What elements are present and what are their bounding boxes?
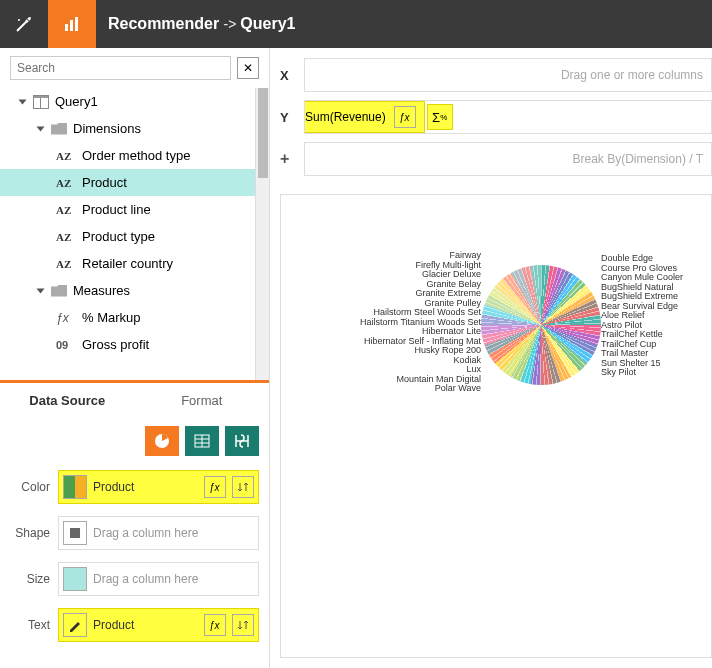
tab-data-source[interactable]: Data Source <box>0 383 135 418</box>
pie-label: TrailChef Kettle <box>601 329 663 339</box>
search-input[interactable] <box>10 56 231 80</box>
pie-label: BugShield Natural <box>601 282 674 292</box>
pie-label: Hailstorm Steel Woods Set <box>374 307 481 317</box>
shelf-shape-placeholder: Drag a column here <box>93 526 254 540</box>
left-panel: ✕ Query1 Dimensions AZOrder method type … <box>0 48 270 668</box>
clear-search-button[interactable]: ✕ <box>237 57 259 79</box>
pie-label: Hailstorm Titanium Woods Set <box>360 317 481 327</box>
shelf-color[interactable]: Product ƒx <box>58 470 259 504</box>
pie-label: Granite Belay <box>426 279 481 289</box>
pie-label: Kodiak <box>453 355 481 365</box>
chart-type-table-button[interactable] <box>185 426 219 456</box>
page-title: Recommender -> Query1 <box>108 15 295 33</box>
pie-label: Astro Pilot <box>601 320 642 330</box>
chart-type-pie-button[interactable] <box>145 426 179 456</box>
svg-rect-2 <box>65 24 68 31</box>
tree-group-dimensions[interactable]: Dimensions <box>0 115 269 142</box>
text-type-icon: AZ <box>56 204 76 216</box>
svg-rect-3 <box>70 20 73 31</box>
chart-canvas[interactable]: FairwayFirefly Multi-lightGlacier Deluxe… <box>280 194 712 658</box>
chart-type-compare-button[interactable] <box>225 426 259 456</box>
shelf-shape[interactable]: Drag a column here <box>58 516 259 550</box>
pie-label: Mountain Man Digital <box>396 374 481 384</box>
pie-label: BugShield Extreme <box>601 291 678 301</box>
pie-label: TrailChef Cup <box>601 339 656 349</box>
pie-label: Granite Extreme <box>415 288 481 298</box>
pie-label: Double Edge <box>601 253 653 263</box>
wand-icon[interactable] <box>0 0 48 48</box>
sort-button[interactable] <box>232 476 254 498</box>
axis-y-drop[interactable]: Sum(Revenue) ƒx Σ% <box>304 100 712 134</box>
folder-icon <box>51 285 67 297</box>
axis-x-drop[interactable]: Drag one or more columns <box>304 58 712 92</box>
pie-label: Trail Master <box>601 348 648 358</box>
axis-y-pill[interactable]: Sum(Revenue) ƒx <box>304 101 425 133</box>
sort-button[interactable] <box>232 614 254 636</box>
tree-item[interactable]: AZOrder method type <box>0 142 269 169</box>
tree-item[interactable]: AZRetailer country <box>0 250 269 277</box>
pie-label: Husky Rope 200 <box>414 345 481 355</box>
text-type-icon: AZ <box>56 258 76 270</box>
tree-item[interactable]: 09Gross profit <box>0 331 269 358</box>
formula-button[interactable]: ƒx <box>394 106 416 128</box>
svg-text:ƒx: ƒx <box>209 620 221 631</box>
pie-label: Granite Pulley <box>424 298 481 308</box>
tree-item[interactable]: AZProduct type <box>0 223 269 250</box>
table-icon <box>33 95 49 109</box>
formula-button[interactable]: ƒx <box>204 614 226 636</box>
pie-label: Polar Wave <box>435 383 481 393</box>
shelf-size[interactable]: Drag a column here <box>58 562 259 596</box>
pie-label: Course Pro Gloves <box>601 263 677 273</box>
pie-label: Lux <box>466 364 481 374</box>
pie-chart <box>481 265 601 385</box>
tree-root-label: Query1 <box>55 94 98 109</box>
pie-label: Bear Survival Edge <box>601 301 678 311</box>
shelf-label-size: Size <box>10 572 50 586</box>
aggregate-button[interactable]: Σ% <box>427 104 453 130</box>
panel-tabs: Data Source Format <box>0 380 269 418</box>
pie-label: Sky Pilot <box>601 367 636 377</box>
tree-item[interactable]: ƒx% Markup <box>0 304 269 331</box>
svg-point-1 <box>18 19 20 21</box>
group-label: Dimensions <box>73 121 141 136</box>
svg-rect-4 <box>75 17 78 31</box>
tree-group-measures[interactable]: Measures <box>0 277 269 304</box>
chart-icon[interactable] <box>48 0 96 48</box>
shelf-color-value: Product <box>93 480 198 494</box>
tab-format[interactable]: Format <box>135 383 270 418</box>
tree-item[interactable]: AZProduct <box>0 169 269 196</box>
tree-item[interactable]: AZProduct line <box>0 196 269 223</box>
breadcrumb-arrow: -> <box>224 16 241 32</box>
axis-y-label: Y <box>280 110 294 125</box>
app-name: Recommender <box>108 15 219 32</box>
pie-label: Canyon Mule Cooler <box>601 272 683 282</box>
axis-x-placeholder: Drag one or more columns <box>561 68 703 82</box>
svg-point-0 <box>29 17 31 19</box>
folder-icon <box>51 123 67 135</box>
shelf-size-placeholder: Drag a column here <box>93 572 254 586</box>
field-tree: Query1 Dimensions AZOrder method type AZ… <box>0 88 269 380</box>
tree-root[interactable]: Query1 <box>0 88 269 115</box>
axis-break-drop[interactable]: Break By(Dimension) / T <box>304 142 712 176</box>
svg-text:ƒx: ƒx <box>399 112 411 123</box>
query-name: Query1 <box>240 15 295 32</box>
group-label: Measures <box>73 283 130 298</box>
tree-scrollbar[interactable] <box>255 88 269 380</box>
shelf-text[interactable]: Product ƒx <box>58 608 259 642</box>
caret-icon <box>37 126 45 131</box>
caret-icon <box>37 288 45 293</box>
pie-label: Hibernator Self - Inflating Mat <box>364 336 481 346</box>
app-header: Recommender -> Query1 <box>0 0 712 48</box>
text-type-icon: AZ <box>56 150 76 162</box>
shelf-label-text: Text <box>10 618 50 632</box>
axis-break-placeholder: Break By(Dimension) / T <box>573 152 703 166</box>
formula-button[interactable]: ƒx <box>204 476 226 498</box>
pie-label: Fairway <box>449 250 481 260</box>
pie-label: Aloe Relief <box>601 310 645 320</box>
add-axis-button[interactable]: + <box>280 150 294 168</box>
axis-x-label: X <box>280 68 294 83</box>
pen-icon <box>63 613 87 637</box>
text-type-icon: AZ <box>56 231 76 243</box>
shelf-label-color: Color <box>10 480 50 494</box>
pie-label: Sun Shelter 15 <box>601 358 661 368</box>
